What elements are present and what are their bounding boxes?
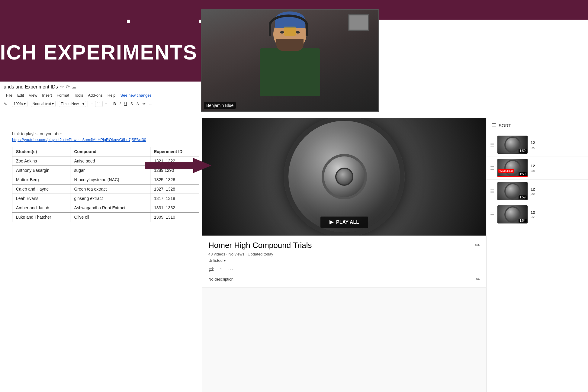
item-info-1: 12 jac bbox=[531, 140, 584, 149]
item-info-3: 12 jac bbox=[531, 187, 584, 196]
separator-5 bbox=[110, 101, 110, 107]
item-info-2: 12 jac bbox=[531, 164, 584, 172]
item-thumbnail-2: 1:59 WATCHED bbox=[497, 159, 528, 177]
playlist-item-3[interactable]: ☰ 1:59 12 jac bbox=[487, 180, 588, 203]
playlist-item-1[interactable]: ☰ 1:59 12 jac bbox=[487, 133, 588, 156]
table-row: Amber and Jacob Ashwagandha Root Extract… bbox=[12, 203, 199, 213]
playlist-title: Homer High Compound Trials bbox=[208, 240, 312, 251]
strikethrough-button[interactable]: S bbox=[129, 101, 134, 107]
paragraph-style-dropdown[interactable]: Normal text ▾ bbox=[31, 101, 56, 107]
visibility-dropdown[interactable]: Unlisted ▾ bbox=[208, 258, 480, 263]
playlist-info: Homer High Compound Trials ✏ 48 videos ·… bbox=[202, 236, 486, 288]
docs-menu-row: File Edit View Insert Format Tools Add-o… bbox=[0, 91, 202, 100]
playlist-item-2[interactable]: ☰ 1:59 WATCHED 12 jac bbox=[487, 156, 588, 180]
share-icon[interactable]: ↑ bbox=[219, 266, 223, 274]
highlight-button[interactable]: ✏ bbox=[141, 101, 147, 107]
font-size-plus[interactable]: + bbox=[103, 101, 108, 107]
table-row: Caleb and Hayne Green tea extract 1327, … bbox=[12, 185, 199, 194]
playlist-item-4[interactable]: ☰ 1:54 13 jac bbox=[487, 203, 588, 226]
playlist-link-url[interactable]: https://youtube.com/playlist?list=PLw_cc… bbox=[12, 137, 190, 142]
page-banner: ICH EXPERIMENTS ARE YOU bbox=[0, 23, 202, 82]
watched-label: WATCHED bbox=[498, 169, 514, 173]
item-info-4: 13 jac bbox=[531, 210, 584, 219]
docs-toolbar-area: unds and Experiment IDs ☆ ⟳ ☁ File Edit … bbox=[0, 82, 202, 108]
top-stripe-lower-left bbox=[0, 20, 127, 23]
docs-content-area: Link to playlist on youtube: https://you… bbox=[0, 127, 202, 227]
shuffle-icon[interactable]: ⇄ bbox=[208, 266, 214, 274]
edit-title-icon[interactable]: ✏ bbox=[475, 242, 480, 249]
banner-text: ICH EXPERIMENTS ARE YOU bbox=[0, 40, 202, 64]
cloud-icon[interactable]: ☁ bbox=[72, 84, 76, 90]
playlist-meta: 48 videos · No views · Updated today bbox=[208, 252, 480, 256]
chevron-down-icon: ▾ bbox=[52, 102, 54, 106]
playlist-main-thumb: PLAY ALL bbox=[202, 118, 486, 236]
separator-2 bbox=[29, 101, 29, 107]
webcam-name-label: Benjamin Blue bbox=[204, 102, 236, 109]
chevron-down-icon: ▾ bbox=[82, 102, 84, 106]
top-stripe-lower-right bbox=[130, 20, 199, 23]
table-header-students: Student(s) bbox=[12, 147, 70, 156]
item-thumbnail-1: 1:59 bbox=[497, 136, 528, 154]
font-size-minus[interactable]: − bbox=[89, 101, 95, 107]
play-all-label: PLAY ALL bbox=[336, 220, 359, 225]
spell-check-icon[interactable]: ✎ bbox=[2, 101, 8, 107]
item-thumbnail-4: 1:54 bbox=[497, 205, 528, 223]
underline-button[interactable]: U bbox=[123, 101, 128, 107]
sort-lines-icon: ☰ bbox=[491, 122, 496, 129]
person-figure bbox=[251, 18, 329, 102]
table-row: Luke and Thatcher Olive oil 1309, 1310 bbox=[12, 213, 199, 222]
watched-badge bbox=[497, 176, 528, 177]
font-size-field[interactable]: 11 bbox=[95, 101, 103, 107]
sidebar-header: ☰ SORT bbox=[487, 118, 588, 133]
menu-view[interactable]: View bbox=[26, 92, 40, 99]
sort-label[interactable]: SORT bbox=[499, 123, 511, 128]
table-row: Mattox Berg N-acetyl cysteine (NAC) 1325… bbox=[12, 175, 199, 185]
italic-button[interactable]: I bbox=[118, 101, 122, 107]
more-icon[interactable]: ··· bbox=[228, 266, 233, 274]
table-header-experiment-id: Experiment ID bbox=[150, 147, 199, 156]
person-beard bbox=[276, 39, 304, 51]
youtube-main-area: PLAY ALL Homer High Compound Trials ✏ 48… bbox=[202, 118, 486, 392]
more-options-button[interactable]: ··· bbox=[148, 101, 154, 107]
person-body bbox=[260, 48, 320, 96]
play-triangle-icon bbox=[329, 220, 334, 224]
font-dropdown[interactable]: Times New... ▾ bbox=[59, 101, 86, 107]
youtube-sidebar: ☰ SORT ☰ 1:59 12 jac ☰ 1:59 WATCHED 12 j… bbox=[486, 118, 588, 392]
table-header-compound: Compound bbox=[70, 147, 150, 156]
arrow-decoration bbox=[145, 156, 211, 176]
font-color-button[interactable]: A bbox=[135, 101, 140, 107]
docs-title-bar: unds and Experiment IDs ☆ ⟳ ☁ bbox=[0, 82, 202, 91]
menu-format[interactable]: Format bbox=[54, 92, 72, 99]
play-all-button[interactable]: PLAY ALL bbox=[320, 217, 368, 228]
menu-tools[interactable]: Tools bbox=[72, 92, 85, 99]
menu-insert[interactable]: Insert bbox=[40, 92, 54, 99]
menu-edit[interactable]: Edit bbox=[15, 92, 26, 99]
history-icon[interactable]: ⟳ bbox=[66, 84, 70, 90]
chevron-down-icon: ▾ bbox=[24, 102, 26, 106]
item-thumbnail-3: 1:59 bbox=[497, 182, 528, 200]
webcam-overlay: Benjamin Blue bbox=[201, 9, 379, 112]
drag-handle-icon: ☰ bbox=[490, 142, 494, 148]
edit-description-icon[interactable]: ✏ bbox=[476, 276, 480, 283]
chevron-down-icon: ▾ bbox=[224, 258, 226, 263]
see-new-changes-btn[interactable]: See new changes bbox=[118, 92, 154, 99]
drag-handle-icon: ☰ bbox=[490, 165, 494, 171]
separator-3 bbox=[57, 101, 57, 107]
playlist-description-row: No description ✏ bbox=[208, 276, 480, 283]
menu-addons[interactable]: Add-ons bbox=[85, 92, 105, 99]
playlist-description: No description bbox=[208, 277, 233, 281]
separator-4 bbox=[88, 101, 88, 107]
separator-1 bbox=[10, 101, 10, 107]
star-icon[interactable]: ☆ bbox=[60, 84, 64, 90]
visibility-label: Unlisted bbox=[208, 258, 223, 263]
svg-marker-0 bbox=[145, 158, 211, 173]
drag-handle-icon: ☰ bbox=[490, 212, 494, 217]
menu-file[interactable]: File bbox=[4, 92, 15, 99]
drag-handle-icon: ☰ bbox=[490, 188, 494, 194]
bold-button[interactable]: B bbox=[112, 101, 117, 107]
webcam-background bbox=[201, 10, 378, 111]
menu-help[interactable]: Help bbox=[105, 92, 118, 99]
zoom-dropdown[interactable]: 100% ▾ bbox=[12, 101, 27, 107]
docs-title: unds and Experiment IDs bbox=[4, 84, 58, 90]
table-row: Leah Evans ginseng extract 1317, 1318 bbox=[12, 194, 199, 203]
